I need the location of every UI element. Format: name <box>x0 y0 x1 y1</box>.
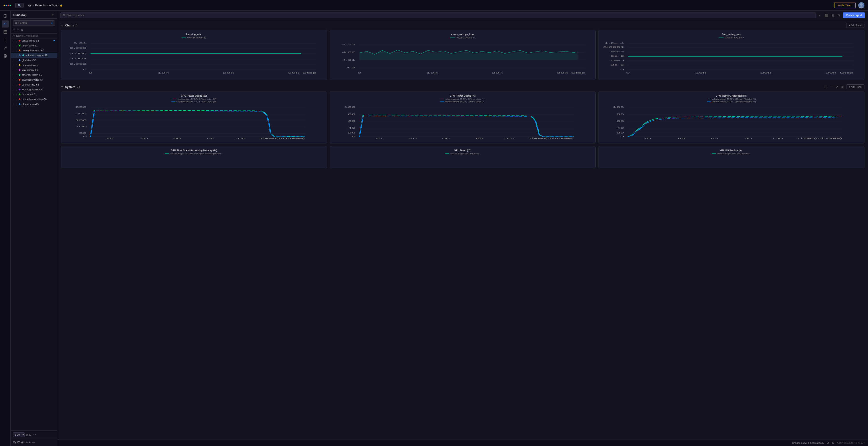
svg-point-0 <box>860 3 863 6</box>
svg-text:0: 0 <box>352 136 355 138</box>
svg-text:80: 80 <box>207 138 215 140</box>
section-collapse-button[interactable]: ▼ <box>61 24 63 27</box>
drag-handle-icon: ⋮⋮ <box>13 103 17 106</box>
download-button[interactable]: ⬛ <box>824 13 829 18</box>
list-item[interactable]: ⋮⋮ bright-pine-61 <box>11 43 57 48</box>
system-section-title: System <box>65 85 75 89</box>
chart-card-gpu-util: GPU Utilization (%) volcanic-dragon-59 G… <box>598 146 864 168</box>
chart-legend-gpu-power-pct: volcanic-dragon-59 GPU 0 Power Usage (%)… <box>333 98 593 103</box>
svg-text:i: i <box>5 15 5 17</box>
undo-button[interactable]: ↺ <box>827 441 829 445</box>
list-item[interactable]: ⋮⋮ breezy-firebrand-60 <box>11 48 57 53</box>
svg-text:4.32: 4.32 <box>342 51 355 53</box>
filter-button[interactable]: ⊟ <box>13 28 15 32</box>
layout-button[interactable]: ⊞ <box>831 13 835 18</box>
list-item[interactable]: ⋮⋮ dauntless-voice-54 <box>11 77 57 82</box>
system-section-collapse-button[interactable]: ▼ <box>61 86 63 88</box>
sidebar-item-list[interactable] <box>2 36 9 43</box>
list-item[interactable]: ⋮⋮ helpful-dew-57 <box>11 63 57 67</box>
chart-title-gpu-time-mem: GPU Time Spent Accessing Memory (%) <box>64 149 324 152</box>
pagination-range-select[interactable]: 1-20 <box>13 433 25 437</box>
svg-text:0.004: 0.004 <box>69 58 87 60</box>
pagination-next-button[interactable]: › <box>35 433 36 436</box>
list-item[interactable]: ⋮⋮ stilted-disco-62 <box>11 38 57 43</box>
list-item[interactable]: ⋮⋮ jumping-donkey-52 <box>11 87 57 92</box>
legend-line-icon <box>719 37 723 38</box>
redo-button[interactable]: ↻ <box>832 441 835 445</box>
breadcrumb: zjy › Projects › nl2cmd 🔒 <box>28 4 832 7</box>
charts-section-title: Charts <box>65 24 74 27</box>
sidebar-item-charts[interactable] <box>2 21 9 28</box>
search-panels[interactable] <box>60 12 816 18</box>
svg-text:20: 20 <box>617 132 624 134</box>
drag-handle-icon: ⋮⋮ <box>13 74 17 76</box>
star-icon: ✦ <box>51 22 53 25</box>
run-color-dot <box>19 74 21 76</box>
breadcrumb-user[interactable]: zjy <box>28 4 32 7</box>
runs-layout-icon[interactable]: ⊞ <box>52 13 54 17</box>
legend-text: volcanic-dragon-59 GPU 1 Power Usage (W) <box>177 100 216 103</box>
svg-text:0.006: 0.006 <box>69 52 87 54</box>
lock-icon: 🔒 <box>60 4 63 7</box>
run-color-dot <box>19 84 21 86</box>
invite-team-button[interactable]: Invite Team <box>834 2 856 8</box>
user-avatar[interactable] <box>858 2 864 8</box>
sidebar-item-info[interactable]: i <box>2 12 9 20</box>
list-item[interactable]: ⋮⋮ glad-river-58 <box>11 58 57 63</box>
run-color-dot <box>19 59 21 61</box>
list-item[interactable]: ⋮⋮ firm-salad-51 <box>11 92 57 97</box>
main-layout: i Runs (62) ⊞ ✦ ⊟ ⊡ ⇅ <box>0 11 868 446</box>
chart-legend-cross-entropy: volcanic-dragon-59 <box>333 36 593 39</box>
system-section-layout-button[interactable]: ⊞ <box>840 85 844 89</box>
runs-search[interactable]: ✦ <box>13 21 55 26</box>
charts-add-panel-button[interactable]: + Add Panel <box>846 23 864 28</box>
drag-handle-icon: ⋮⋮ <box>13 39 17 42</box>
list-item[interactable]: ⋮⋮ colorful-jazz-53 <box>11 82 57 87</box>
svg-text:20: 20 <box>374 138 382 140</box>
chart-svg-learning-rate: 0.01 0.008 0.006 0.004 0.002 0 <box>64 41 324 77</box>
system-section-more-button[interactable]: ⋯ <box>829 85 834 89</box>
svg-text:20k: 20k <box>492 72 503 74</box>
sidebar-item-brush[interactable] <box>2 44 9 52</box>
svg-text:6e-5: 6e-5 <box>611 55 624 57</box>
run-color-dot <box>19 64 21 66</box>
sidebar-item-db[interactable] <box>2 52 9 60</box>
charts-section-header: ▼ Charts 3 + Add Panel <box>61 23 864 28</box>
columns-button[interactable]: ⊡ <box>17 28 19 32</box>
legend-line-icon <box>165 153 169 154</box>
chart-title-cross-entropy: cross_entropy_loss <box>333 33 593 35</box>
system-section-expand-button[interactable]: ⤢ <box>835 85 839 89</box>
list-item[interactable]: ⋮⋮ ethereal-totem-55 <box>11 72 57 77</box>
fullscreen-button[interactable]: ⤢ <box>817 13 822 18</box>
chart-svg-gpu-power-w: 250 200 150 100 50 0 <box>64 104 324 141</box>
legend-row-2: volcanic-dragon-59 GPU 1 Memory Allocate… <box>707 100 756 103</box>
settings-button[interactable]: ⚙ <box>837 13 841 18</box>
chart-legend-gpu-time: volcanic-dragon-59 GPU 0 Time Spent Acce… <box>64 153 324 155</box>
list-item[interactable]: ⋮⋮ vital-cherry-56 <box>11 67 57 72</box>
run-color-dot <box>19 79 21 81</box>
chart-card-cross-entropy-loss: cross_entropy_loss volcanic-dragon-59 4.… <box>330 30 596 80</box>
system-charts-grid-2: GPU Time Spent Accessing Memory (%) volc… <box>61 146 864 168</box>
runs-filters: ⊟ ⊡ ⇅ <box>11 28 57 33</box>
run-color-dot <box>19 98 21 100</box>
list-item[interactable]: ⋮⋮ misunderstood-fire-50 <box>11 97 57 102</box>
runs-search-input[interactable] <box>19 22 50 25</box>
workspace-menu-button[interactable]: ⋯ <box>32 441 35 444</box>
sort-button[interactable]: ⇅ <box>21 28 23 32</box>
breadcrumb-projects[interactable]: Projects <box>35 4 45 7</box>
list-item[interactable]: ⋮⋮ electric-eon-49 <box>11 102 57 107</box>
breadcrumb-project[interactable]: nl2cmd <box>49 4 59 7</box>
system-add-panel-button[interactable]: + Add Panel <box>846 84 864 89</box>
svg-text:0: 0 <box>620 68 624 70</box>
global-search[interactable]: 🔍 <box>15 3 24 8</box>
svg-text:0.0001: 0.0001 <box>603 46 624 48</box>
list-item[interactable]: ⋮⋮ 👁 volcanic-dragon-59 <box>11 53 57 58</box>
sidebar-item-table[interactable] <box>2 28 9 35</box>
pagination-prev-button[interactable]: ‹ <box>33 433 33 436</box>
svg-text:60: 60 <box>173 138 181 140</box>
create-report-button[interactable]: Create report <box>843 12 865 18</box>
svg-text:Time (minutes): Time (minutes) <box>259 138 305 140</box>
legend-text: volcanic-dragon-59 <box>456 36 475 39</box>
search-panels-input[interactable] <box>67 14 813 17</box>
active-indicator <box>54 40 55 41</box>
